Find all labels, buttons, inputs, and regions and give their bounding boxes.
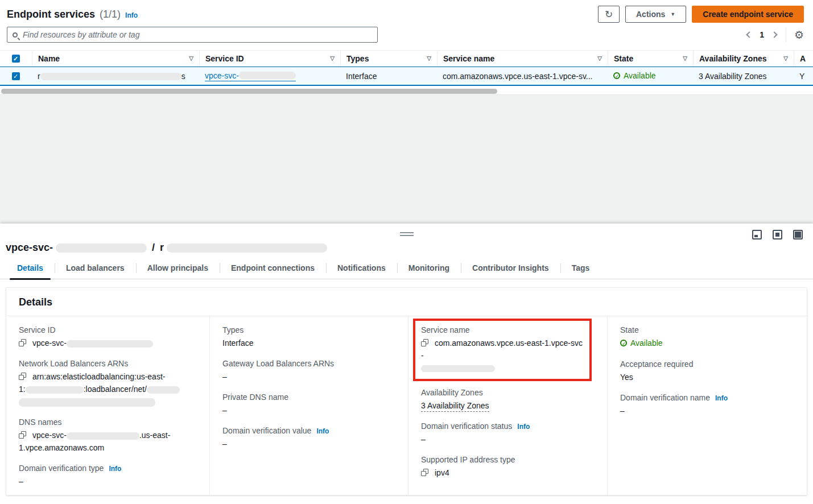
row-availability-zones-cell: 3 Availability Zones bbox=[693, 72, 794, 81]
field-label: Availability Zones bbox=[421, 388, 597, 397]
tab-details[interactable]: Details bbox=[6, 259, 55, 279]
sort-icon[interactable]: ▽ bbox=[427, 55, 431, 61]
state-text: Available bbox=[624, 71, 656, 80]
info-link[interactable]: Info bbox=[316, 427, 329, 435]
service-id-text: vpce-svc- bbox=[205, 71, 239, 80]
column-header-service-id[interactable]: Service ID▽ bbox=[199, 51, 340, 66]
pagination: 1 ⚙ bbox=[747, 27, 804, 42]
info-link[interactable]: Info bbox=[517, 423, 530, 431]
tab-contributor-insights[interactable]: Contributor Insights bbox=[461, 259, 560, 279]
field-dns-names: DNS names vpce-svc-.us-east- 1.vpce.amaz… bbox=[19, 418, 199, 454]
dns-name-line2: 1.vpce.amazonaws.com bbox=[19, 441, 199, 454]
details-card-body: Service ID vpce-svc- Network Load Balanc… bbox=[6, 316, 807, 495]
row-acceptance-cell: Y bbox=[794, 72, 813, 81]
field-value: arn:aws:elasticloadbalancing:us-east- 1:… bbox=[19, 370, 199, 408]
search-input[interactable] bbox=[22, 30, 372, 40]
content-background bbox=[0, 94, 813, 224]
header-actions: ↻ Actions ▼ Create endpoint service bbox=[598, 6, 804, 23]
next-page-icon[interactable] bbox=[771, 31, 777, 38]
field-label: Network Load Balancers ARNs bbox=[19, 359, 199, 368]
copy-icon[interactable] bbox=[19, 373, 26, 380]
select-all-cell bbox=[0, 51, 32, 66]
create-endpoint-service-button[interactable]: Create endpoint service bbox=[692, 6, 804, 23]
field-value: Interface bbox=[222, 337, 398, 349]
field-value: – bbox=[222, 437, 398, 450]
field-label: State bbox=[620, 325, 797, 334]
details-card: Details Service ID vpce-svc- Network Loa… bbox=[6, 287, 807, 495]
copy-icon[interactable] bbox=[421, 469, 428, 476]
scrollbar-thumb[interactable] bbox=[1, 89, 497, 94]
column-label: A bbox=[800, 54, 806, 63]
tab-tags[interactable]: Tags bbox=[560, 259, 601, 279]
field-domain-verification-type: Domain verification typeInfo – bbox=[19, 464, 199, 488]
sort-icon[interactable]: ▽ bbox=[189, 55, 193, 61]
service-name-annotation-box: Service name com.amazonaws.vpce.us-east-… bbox=[413, 319, 592, 381]
panel-position-side-icon[interactable] bbox=[773, 230, 782, 239]
tab-endpoint-connections[interactable]: Endpoint connections bbox=[220, 259, 326, 279]
field-domain-verification-value: Domain verification valueInfo – bbox=[222, 426, 398, 450]
field-value: – bbox=[222, 370, 398, 383]
settings-gear-icon[interactable]: ⚙ bbox=[794, 30, 804, 40]
table-row[interactable]: rs vpce-svc- Interface com.amazonaws.vpc… bbox=[0, 67, 813, 86]
details-column-1: Service ID vpce-svc- Network Load Balanc… bbox=[6, 316, 209, 495]
copy-icon[interactable] bbox=[19, 339, 26, 346]
copy-icon[interactable] bbox=[19, 431, 26, 439]
copy-icon[interactable] bbox=[421, 339, 428, 346]
field-domain-verification-name: Domain verification nameInfo – bbox=[620, 393, 797, 417]
info-link[interactable]: Info bbox=[109, 465, 121, 473]
field-types: Types Interface bbox=[222, 325, 398, 349]
refresh-icon: ↻ bbox=[605, 9, 613, 20]
info-link[interactable]: Info bbox=[715, 394, 728, 402]
tab-notifications[interactable]: Notifications bbox=[326, 259, 397, 279]
availability-zones-link[interactable]: 3 Availability Zones bbox=[421, 401, 489, 412]
column-header-state[interactable]: State▽ bbox=[608, 51, 693, 66]
sort-icon[interactable]: ▽ bbox=[683, 55, 687, 61]
page-number[interactable]: 1 bbox=[760, 30, 764, 39]
select-all-checkbox[interactable] bbox=[12, 55, 20, 63]
row-name-cell: rs bbox=[32, 72, 199, 81]
page-header: Endpoint services (1/1) Info ↻ Actions ▼… bbox=[0, 0, 813, 25]
row-checkbox[interactable] bbox=[12, 72, 20, 80]
sort-icon[interactable]: ▽ bbox=[783, 55, 788, 61]
actions-button-label: Actions bbox=[636, 10, 665, 19]
redacted-text bbox=[56, 243, 147, 253]
field-label: Supported IP address type bbox=[421, 455, 597, 464]
field-value: – bbox=[620, 404, 797, 417]
redacted-text bbox=[147, 386, 180, 394]
service-id-link[interactable]: vpce-svc- bbox=[205, 71, 296, 81]
column-label: Service ID bbox=[205, 54, 244, 63]
tab-allow-principals[interactable]: Allow principals bbox=[136, 259, 220, 279]
column-label: Name bbox=[38, 54, 60, 63]
sort-icon[interactable]: ▽ bbox=[597, 55, 602, 61]
field-value: – bbox=[19, 475, 199, 488]
divider bbox=[786, 27, 786, 42]
previous-page-icon[interactable] bbox=[746, 31, 752, 38]
panel-tabs: Details Load balancers Allow principals … bbox=[0, 259, 813, 279]
availability-zones-link[interactable]: 3 Availability Zones bbox=[699, 72, 767, 81]
tab-load-balancers[interactable]: Load balancers bbox=[55, 259, 136, 279]
refresh-button[interactable]: ↻ bbox=[598, 6, 620, 23]
details-column-4: State Available Acceptance required Yes … bbox=[607, 316, 807, 495]
header-info-link[interactable]: Info bbox=[125, 11, 138, 19]
panel-resize-handle[interactable] bbox=[400, 232, 414, 238]
column-header-types[interactable]: Types▽ bbox=[340, 51, 437, 66]
column-header-acceptance[interactable]: A bbox=[794, 51, 813, 66]
field-label: Domain verification value bbox=[222, 426, 311, 435]
field-availability-zones: Availability Zones 3 Availability Zones bbox=[421, 388, 597, 412]
column-header-service-name[interactable]: Service name▽ bbox=[437, 51, 608, 66]
actions-button[interactable]: Actions ▼ bbox=[625, 6, 686, 23]
field-domain-verification-status: Domain verification statusInfo – bbox=[421, 422, 597, 445]
column-header-name[interactable]: Name▽ bbox=[32, 51, 199, 66]
available-check-icon bbox=[613, 72, 620, 79]
tab-monitoring[interactable]: Monitoring bbox=[397, 259, 461, 279]
sort-icon[interactable]: ▽ bbox=[330, 55, 335, 61]
field-label: Domain verification status bbox=[421, 422, 512, 431]
panel-position-full-icon[interactable] bbox=[793, 230, 803, 239]
column-header-availability-zones[interactable]: Availability Zones▽ bbox=[693, 51, 794, 66]
field-acceptance-required: Acceptance required Yes bbox=[620, 360, 797, 383]
search-box[interactable] bbox=[7, 27, 378, 43]
panel-position-bottom-icon[interactable] bbox=[752, 230, 762, 239]
row-name-text: r bbox=[38, 72, 40, 81]
state-text: Available bbox=[630, 337, 663, 349]
split-panel: vpce-svc- / r Details Load balancers All… bbox=[0, 224, 813, 504]
